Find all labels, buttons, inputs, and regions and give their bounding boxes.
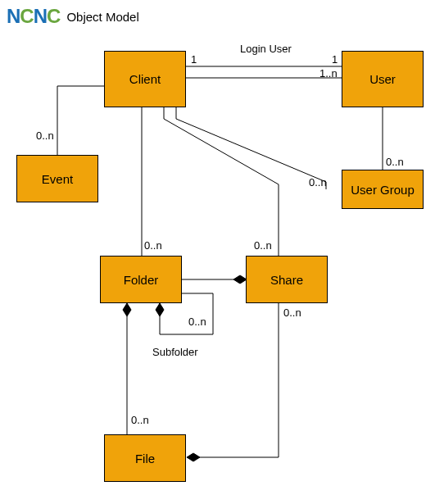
svg-marker-9 (187, 453, 200, 461)
rel-user-group-mult: 0..n (386, 156, 404, 168)
entity-label: Share (270, 273, 303, 287)
entity-label: User Group (351, 183, 415, 197)
rel-login-user-label: Login User (240, 43, 292, 55)
rel-login-user-mult-right: 1 (332, 53, 338, 66)
entity-label: File (135, 452, 155, 465)
entity-share: Share (246, 256, 328, 303)
logo: NCNC (7, 5, 60, 28)
logo-letter: C (47, 5, 60, 27)
rel-client-folder-mult: 0..n (144, 239, 162, 252)
page-title: Object Model (66, 10, 138, 24)
entity-client: Client (104, 51, 186, 107)
entity-user-group: User Group (342, 170, 424, 209)
entity-event: Event (16, 155, 98, 202)
entity-folder: Folder (100, 256, 182, 303)
rel-subfolder-label: Subfolder (152, 346, 198, 358)
rel-share-file-mult: 0..n (283, 306, 301, 319)
rel-client-user-mult: 1..n (319, 67, 338, 79)
entity-label: Client (129, 72, 161, 86)
entity-file: File (104, 434, 186, 482)
logo-letter: N (34, 5, 47, 27)
entity-label: User (369, 72, 396, 86)
rel-subfolder-mult: 0..n (188, 316, 206, 328)
svg-marker-8 (156, 303, 164, 316)
logo-letter: C (20, 5, 33, 27)
rel-login-user-mult-left: 1 (191, 53, 197, 66)
diagram-canvas: NCNC Object Model Client User (0, 0, 435, 504)
rel-client-share-mult: 0..n (254, 239, 272, 252)
entity-label: Event (42, 172, 73, 186)
entity-user: User (342, 51, 424, 107)
header: NCNC Object Model (7, 5, 139, 28)
rel-client-group-mult: 0..n (309, 176, 327, 188)
rel-client-event-mult: 0..n (36, 129, 54, 142)
logo-letter: N (7, 5, 20, 27)
svg-marker-6 (123, 303, 131, 316)
svg-marker-5 (233, 275, 247, 284)
entity-label: Folder (124, 273, 159, 287)
rel-folder-file-mult: 0..n (131, 414, 149, 426)
